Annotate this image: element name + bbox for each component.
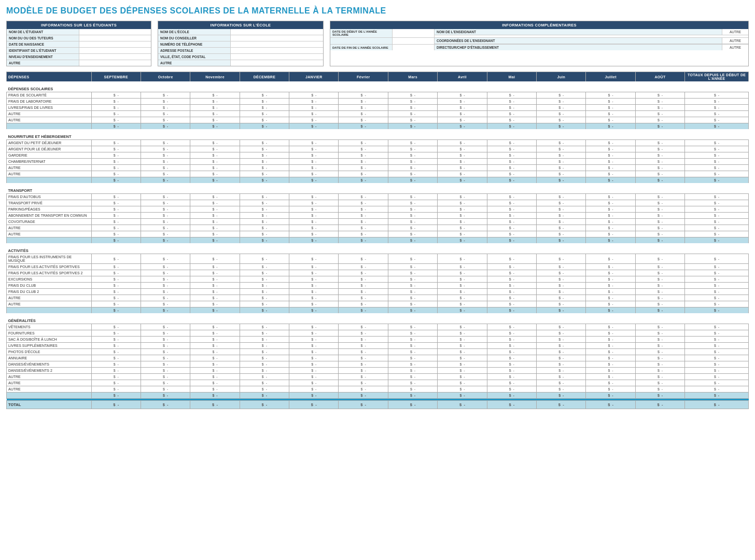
money-cell[interactable]: $ -: [388, 219, 437, 225]
money-cell[interactable]: $ -: [388, 206, 437, 213]
money-cell[interactable]: $ -: [141, 194, 190, 200]
money-cell[interactable]: $ -: [141, 159, 190, 165]
money-cell[interactable]: $ -: [635, 368, 684, 374]
money-cell[interactable]: $ -: [339, 337, 388, 343]
money-cell[interactable]: $ -: [190, 343, 240, 349]
money-cell[interactable]: $ -: [537, 337, 586, 343]
money-cell[interactable]: $ -: [91, 99, 141, 105]
money-cell[interactable]: $ -: [141, 219, 190, 225]
money-cell[interactable]: $ -: [586, 219, 635, 225]
money-cell[interactable]: $ -: [339, 231, 388, 237]
money-cell[interactable]: $ -: [388, 117, 437, 123]
money-cell[interactable]: $ -: [141, 165, 190, 171]
money-cell[interactable]: $ -: [635, 140, 684, 146]
money-cell[interactable]: $ -: [91, 270, 141, 276]
money-cell[interactable]: $ -: [240, 105, 289, 111]
money-cell[interactable]: $ -: [289, 330, 339, 337]
money-cell[interactable]: $ -: [289, 99, 339, 105]
money-cell[interactable]: $ -: [190, 146, 240, 152]
total-cell[interactable]: $ -: [685, 301, 749, 307]
money-cell[interactable]: $ -: [91, 276, 141, 283]
money-cell[interactable]: $ -: [289, 200, 339, 206]
money-cell[interactable]: $ -: [141, 343, 190, 349]
money-cell[interactable]: $ -: [190, 270, 240, 276]
money-cell[interactable]: $ -: [388, 289, 437, 295]
money-cell[interactable]: $ -: [388, 225, 437, 231]
money-cell[interactable]: $ -: [388, 194, 437, 200]
money-cell[interactable]: $ -: [190, 99, 240, 105]
money-cell[interactable]: $ -: [487, 324, 536, 330]
money-cell[interactable]: $ -: [289, 152, 339, 159]
money-cell[interactable]: $ -: [91, 355, 141, 361]
money-cell[interactable]: $ -: [487, 171, 536, 177]
info-value[interactable]: [79, 54, 151, 60]
total-cell[interactable]: $ -: [685, 330, 749, 337]
money-cell[interactable]: $ -: [438, 219, 487, 225]
money-cell[interactable]: $ -: [190, 225, 240, 231]
money-cell[interactable]: $ -: [141, 295, 190, 301]
total-cell[interactable]: $ -: [685, 140, 749, 146]
money-cell[interactable]: $ -: [388, 355, 437, 361]
money-cell[interactable]: $ -: [586, 254, 635, 264]
money-cell[interactable]: $ -: [339, 111, 388, 117]
money-cell[interactable]: $ -: [635, 92, 684, 99]
money-cell[interactable]: $ -: [141, 99, 190, 105]
info-value[interactable]: [231, 60, 323, 66]
money-cell[interactable]: $ -: [487, 219, 536, 225]
total-cell[interactable]: $ -: [685, 276, 749, 283]
money-cell[interactable]: $ -: [289, 194, 339, 200]
money-cell[interactable]: $ -: [537, 289, 586, 295]
money-cell[interactable]: $ -: [438, 361, 487, 368]
money-cell[interactable]: $ -: [635, 105, 684, 111]
money-cell[interactable]: $ -: [141, 152, 190, 159]
money-cell[interactable]: $ -: [438, 206, 487, 213]
money-cell[interactable]: $ -: [190, 213, 240, 219]
money-cell[interactable]: $ -: [635, 194, 684, 200]
money-cell[interactable]: $ -: [586, 225, 635, 231]
money-cell[interactable]: $ -: [190, 283, 240, 289]
money-cell[interactable]: $ -: [141, 140, 190, 146]
money-cell[interactable]: $ -: [635, 264, 684, 270]
money-cell[interactable]: $ -: [635, 165, 684, 171]
money-cell[interactable]: $ -: [586, 324, 635, 330]
total-cell[interactable]: $ -: [685, 264, 749, 270]
money-cell[interactable]: $ -: [190, 206, 240, 213]
money-cell[interactable]: $ -: [190, 200, 240, 206]
money-cell[interactable]: $ -: [388, 165, 437, 171]
money-cell[interactable]: $ -: [190, 374, 240, 380]
money-cell[interactable]: $ -: [388, 349, 437, 355]
money-cell[interactable]: $ -: [586, 355, 635, 361]
money-cell[interactable]: $ -: [91, 213, 141, 219]
money-cell[interactable]: $ -: [537, 264, 586, 270]
money-cell[interactable]: $ -: [586, 171, 635, 177]
money-cell[interactable]: $ -: [438, 368, 487, 374]
money-cell[interactable]: $ -: [240, 200, 289, 206]
money-cell[interactable]: $ -: [487, 361, 536, 368]
money-cell[interactable]: $ -: [438, 194, 487, 200]
total-cell[interactable]: $ -: [685, 374, 749, 380]
total-cell[interactable]: $ -: [685, 194, 749, 200]
money-cell[interactable]: $ -: [635, 295, 684, 301]
info-value[interactable]: [231, 54, 323, 60]
money-cell[interactable]: $ -: [537, 301, 586, 307]
money-cell[interactable]: $ -: [388, 386, 437, 393]
money-cell[interactable]: $ -: [339, 270, 388, 276]
money-cell[interactable]: $ -: [339, 276, 388, 283]
money-cell[interactable]: $ -: [91, 111, 141, 117]
money-cell[interactable]: $ -: [537, 111, 586, 117]
money-cell[interactable]: $ -: [586, 276, 635, 283]
info-value[interactable]: [79, 60, 151, 66]
money-cell[interactable]: $ -: [487, 349, 536, 355]
money-cell[interactable]: $ -: [537, 276, 586, 283]
money-cell[interactable]: $ -: [586, 330, 635, 337]
money-cell[interactable]: $ -: [190, 330, 240, 337]
money-cell[interactable]: $ -: [635, 159, 684, 165]
money-cell[interactable]: $ -: [438, 295, 487, 301]
money-cell[interactable]: $ -: [586, 337, 635, 343]
money-cell[interactable]: $ -: [635, 225, 684, 231]
money-cell[interactable]: $ -: [438, 289, 487, 295]
money-cell[interactable]: $ -: [438, 111, 487, 117]
money-cell[interactable]: $ -: [91, 324, 141, 330]
money-cell[interactable]: $ -: [635, 99, 684, 105]
money-cell[interactable]: $ -: [487, 99, 536, 105]
